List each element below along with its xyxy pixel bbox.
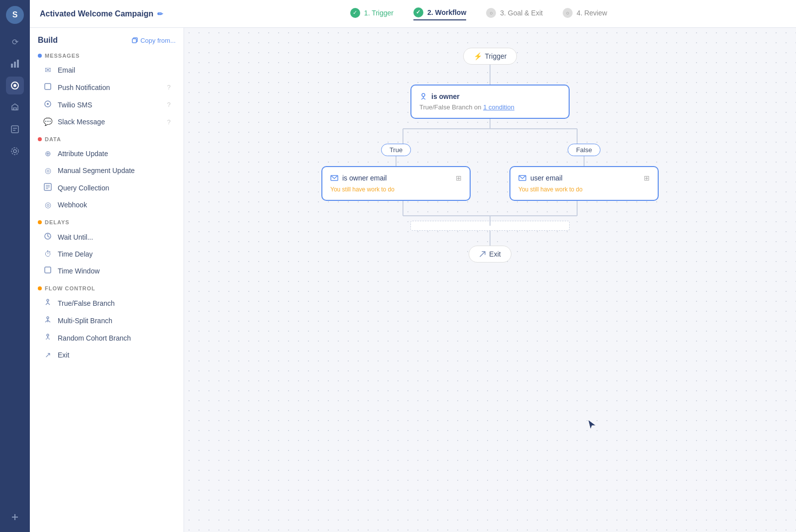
slack-label: Slack Message (58, 118, 162, 126)
email-left-badge-icon: ⊞ (456, 174, 462, 182)
svg-rect-0 (11, 64, 13, 68)
panel-item-true-false[interactable]: True/False Branch (38, 294, 176, 312)
random-cohort-icon (43, 333, 53, 343)
email-right-title-text: user email (530, 174, 563, 182)
panel-header: Build Copy from... (38, 36, 176, 45)
flow-control-dot (38, 286, 42, 290)
split-area: True is owner email ⊞ Y (316, 119, 664, 226)
cursor-pointer (587, 419, 597, 433)
push-label: Push Notification (58, 84, 162, 91)
time-window-icon (43, 266, 53, 275)
workflow-diagram: ⚡ Trigger is owner True/False Branch on … (316, 48, 664, 263)
step-goal[interactable]: ○ 3. Goal & Exit (486, 7, 543, 20)
exit-node[interactable]: Exit (469, 246, 511, 263)
email-right-status: You still have work to do (518, 186, 650, 193)
email-right-icon (518, 175, 526, 181)
branch-node[interactable]: is owner True/False Branch on 1 conditio… (410, 85, 570, 119)
email-label: Email (58, 66, 171, 74)
branch-node-subtitle: True/False Branch on 1 condition (419, 103, 561, 111)
branch-node-title-area: is owner (419, 92, 561, 100)
attr-update-label: Attribute Update (58, 150, 171, 158)
query-collection-label: Query Collection (58, 184, 171, 192)
sidebar: S ⟳ (0, 0, 30, 532)
sidebar-item-campaigns[interactable] (6, 98, 24, 116)
delays-section-label: DELAYS (38, 219, 176, 225)
flow-control-section-label: FLOW CONTROL (38, 285, 176, 291)
step-trigger-icon: ✓ (350, 8, 360, 18)
wait-until-icon (43, 232, 53, 242)
panel-item-exit[interactable]: ↗ Exit (38, 347, 176, 363)
multi-split-label: Multi-Split Branch (58, 317, 171, 325)
condition-link[interactable]: 1 condition (483, 103, 514, 111)
panel-item-query-collection[interactable]: Query Collection (38, 179, 176, 196)
step-goal-label: 3. Goal & Exit (500, 9, 543, 17)
panel-item-manual-segment[interactable]: ◎ Manual Segment Update (38, 162, 176, 179)
campaign-title-area: Activated Welcome Campaign ✏ (40, 9, 163, 18)
merge-connector-svg (316, 201, 664, 226)
sidebar-item-home[interactable]: ⟳ (6, 33, 24, 51)
email-right-badge-icon: ⊞ (644, 174, 650, 182)
panel-item-slack[interactable]: 💬 Slack Message ? (38, 113, 176, 130)
panel-item-attr-update[interactable]: ⊕ Attribute Update (38, 145, 176, 162)
panel-item-time-window[interactable]: Time Window (38, 262, 176, 279)
sidebar-item-add[interactable] (6, 508, 24, 526)
step-review[interactable]: ○ 4. Review (563, 7, 607, 20)
svg-line-35 (48, 338, 50, 340)
manual-segment-label: Manual Segment Update (58, 167, 171, 175)
trigger-node[interactable]: ⚡ Trigger (463, 48, 517, 65)
manual-segment-icon: ◎ (43, 166, 53, 175)
svg-rect-13 (132, 39, 136, 43)
sidebar-item-reports[interactable] (6, 120, 24, 138)
panel-item-time-delay[interactable]: ⏱ Time Delay (38, 246, 176, 262)
step-trigger-label: 1. Trigger (364, 9, 394, 17)
time-delay-label: Time Delay (58, 250, 171, 258)
connector-trigger-branch (490, 65, 491, 85)
time-window-label: Time Window (58, 267, 171, 275)
panel-item-random-cohort[interactable]: Random Cohort Branch (38, 329, 176, 347)
step-trigger[interactable]: ✓ 1. Trigger (350, 7, 394, 20)
app-logo: S (6, 6, 24, 24)
slack-icon: 💬 (43, 117, 53, 126)
query-collection-icon (43, 183, 53, 192)
sidebar-item-integrations[interactable] (6, 142, 24, 160)
multi-split-icon (43, 316, 53, 325)
edit-title-icon[interactable]: ✏ (157, 10, 163, 18)
svg-rect-6 (11, 126, 18, 133)
svg-point-16 (47, 103, 49, 105)
push-help-icon[interactable]: ? (167, 84, 171, 91)
panel-item-webhook[interactable]: ◎ Webhook (38, 196, 176, 213)
panel-item-multi-split[interactable]: Multi-Split Branch (38, 312, 176, 329)
email-node-right[interactable]: user email ⊞ You still have work to do (509, 166, 659, 201)
email-left-header: is owner email ⊞ (330, 174, 462, 182)
panel-item-wait-until[interactable]: Wait Until... (38, 228, 176, 246)
data-label-text: DATA (45, 136, 61, 142)
workflow-steps: ✓ 1. Trigger ✓ 2. Workflow ○ 3. Goal & E… (171, 7, 786, 20)
step-workflow[interactable]: ✓ 2. Workflow (413, 7, 466, 20)
workflow-canvas[interactable]: ⚡ Trigger is owner True/False Branch on … (184, 28, 796, 532)
panel-title: Build (38, 36, 58, 45)
panel-item-email[interactable]: ✉ Email (38, 62, 176, 79)
email-node-left[interactable]: is owner email ⊞ You still have work to … (321, 166, 471, 201)
step-goal-icon: ○ (486, 8, 496, 18)
delays-dot (38, 220, 42, 224)
sidebar-item-journeys[interactable] (6, 77, 24, 94)
exit-icon: ↗ (43, 351, 53, 359)
step-workflow-label: 2. Workflow (427, 8, 466, 16)
twilio-icon (43, 100, 53, 109)
email-left-status: You still have work to do (330, 186, 462, 193)
slack-help-icon[interactable]: ? (167, 118, 171, 126)
webhook-icon: ◎ (43, 200, 53, 209)
panel-item-push[interactable]: Push Notification ? (38, 79, 176, 96)
false-branch-side: False user email ⊞ You (504, 144, 664, 201)
trigger-bolt-icon: ⚡ (474, 52, 482, 60)
svg-line-25 (46, 303, 48, 305)
false-connector (584, 156, 585, 166)
copy-from-button[interactable]: Copy from... (131, 37, 176, 44)
twilio-help-icon[interactable]: ? (167, 101, 171, 108)
data-section-label: DATA (38, 136, 176, 142)
panel-item-twilio[interactable]: Twilio SMS ? (38, 96, 176, 113)
email-left-title-area: is owner email (330, 174, 387, 182)
sidebar-item-analytics[interactable] (6, 55, 24, 73)
email-icon: ✉ (43, 66, 53, 75)
svg-point-23 (47, 299, 49, 301)
